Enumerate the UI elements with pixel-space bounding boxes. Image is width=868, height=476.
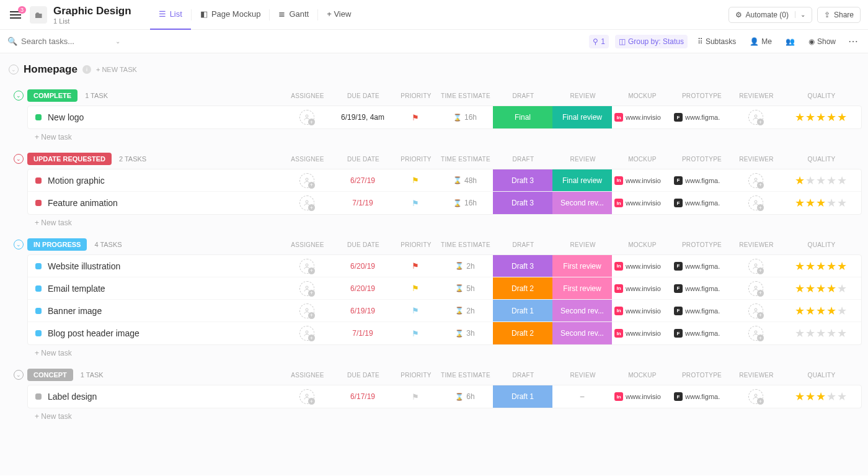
star-icon[interactable]: ★ (795, 282, 805, 295)
task-title[interactable]: Email template (48, 284, 105, 294)
menu-button[interactable]: 3 (7, 9, 24, 21)
star-icon[interactable]: ★ (805, 196, 815, 210)
review-tag[interactable]: Final review (552, 169, 612, 191)
star-icon[interactable]: ★ (795, 259, 805, 273)
task-row[interactable]: Blog post header image7/1/19⚑⌛3hDraft 2S… (28, 322, 861, 344)
assignees-chip[interactable]: 👥 (782, 35, 799, 48)
prototype-link[interactable]: Fwww.figma. (671, 307, 731, 315)
star-icon[interactable]: ★ (826, 282, 836, 295)
due-date[interactable]: 6/19/19 (332, 307, 394, 315)
star-icon[interactable]: ★ (837, 196, 847, 210)
collapse-group-icon[interactable]: ⌄ (14, 370, 24, 380)
due-date[interactable]: 6/19/19, 4am (332, 113, 394, 122)
mockup-link[interactable]: Inwww.invisio (612, 113, 671, 122)
time-estimate[interactable]: ⌛16h (437, 113, 493, 122)
task-row[interactable]: Banner image6/19/19⚑⌛2hDraft 1Second rev… (28, 300, 861, 322)
draft-tag[interactable]: Draft 1 (493, 385, 552, 408)
group-by-chip[interactable]: ◫ Group by: Status (615, 35, 688, 48)
star-icon[interactable]: ★ (795, 326, 805, 340)
task-title[interactable]: Motion graphic (48, 176, 105, 186)
assignee-placeholder[interactable] (299, 259, 314, 274)
due-date[interactable]: 7/1/19 (332, 329, 394, 338)
review-tag[interactable]: Final review (552, 106, 612, 128)
time-estimate[interactable]: ⌛2h (437, 262, 493, 271)
show-chip[interactable]: ◉ Show (805, 35, 839, 48)
assignee-placeholder[interactable] (299, 110, 314, 125)
task-title[interactable]: Label design (48, 392, 97, 402)
reviewer-placeholder[interactable] (748, 389, 763, 404)
status-square[interactable] (35, 263, 42, 269)
filter-count-chip[interactable]: ⚲ 1 (589, 35, 609, 48)
new-task-button[interactable]: + New task (14, 408, 862, 421)
info-icon[interactable]: i (82, 65, 91, 74)
star-icon[interactable]: ★ (805, 259, 815, 273)
search-dropdown[interactable]: ⌄ (115, 38, 120, 45)
star-icon[interactable]: ★ (816, 326, 826, 340)
mockup-link[interactable]: Inwww.invisio (612, 329, 671, 338)
status-square[interactable] (35, 200, 42, 206)
task-row[interactable]: Website illustration6/20/19⚑⌛2hDraft 3Fi… (28, 255, 861, 277)
draft-tag[interactable]: Draft 2 (493, 322, 552, 344)
time-estimate[interactable]: ⌛2h (437, 307, 493, 315)
review-tag[interactable]: First review (552, 255, 612, 277)
star-icon[interactable]: ★ (795, 196, 805, 210)
new-task-button[interactable]: + New task (14, 345, 862, 357)
task-row[interactable]: New logo6/19/19, 4am⚑⌛16hFinalFinal revi… (28, 106, 861, 128)
star-icon[interactable]: ★ (816, 174, 826, 187)
status-pill[interactable]: CONCEPT (27, 369, 73, 381)
review-tag[interactable]: Second rev... (552, 192, 612, 214)
prototype-link[interactable]: Fwww.figma. (671, 329, 731, 338)
mockup-link[interactable]: Inwww.invisio (612, 176, 671, 185)
draft-tag[interactable]: Draft 2 (493, 277, 552, 299)
star-icon[interactable]: ★ (816, 304, 826, 318)
time-estimate[interactable]: ⌛6h (437, 392, 493, 401)
star-icon[interactable]: ★ (837, 174, 847, 187)
priority-flag-icon[interactable]: ⚑ (412, 284, 419, 293)
star-icon[interactable]: ★ (837, 110, 847, 124)
status-square[interactable] (35, 393, 42, 400)
prototype-link[interactable]: Fwww.figma. (671, 284, 731, 293)
star-icon[interactable]: ★ (837, 390, 847, 403)
assignee-placeholder[interactable] (299, 326, 314, 341)
time-estimate[interactable]: ⌛16h (437, 199, 493, 207)
subtasks-chip[interactable]: ⠿ Subtasks (694, 35, 740, 48)
star-icon[interactable]: ★ (816, 390, 826, 403)
time-estimate[interactable]: ⌛5h (437, 284, 493, 293)
assignee-placeholder[interactable] (299, 281, 314, 296)
status-pill[interactable]: UPDATE REQUESTED (27, 153, 112, 165)
reviewer-placeholder[interactable] (748, 110, 763, 125)
star-icon[interactable]: ★ (816, 110, 826, 124)
list-name[interactable]: Homepage (24, 63, 78, 76)
review-tag[interactable]: – (552, 385, 612, 408)
star-icon[interactable]: ★ (805, 304, 815, 318)
star-icon[interactable]: ★ (826, 196, 836, 210)
star-icon[interactable]: ★ (826, 174, 836, 187)
reviewer-placeholder[interactable] (748, 281, 763, 296)
review-tag[interactable]: First review (552, 277, 612, 299)
draft-tag[interactable]: Draft 1 (493, 300, 552, 321)
status-square[interactable] (35, 114, 42, 120)
star-icon[interactable]: ★ (805, 110, 815, 124)
prototype-link[interactable]: Fwww.figma. (671, 113, 731, 122)
star-icon[interactable]: ★ (816, 259, 826, 273)
star-icon[interactable]: ★ (805, 282, 815, 295)
view-tab-list[interactable]: ☰List (150, 0, 191, 30)
time-estimate[interactable]: ⌛3h (437, 329, 493, 338)
reviewer-placeholder[interactable] (748, 326, 763, 341)
add-view-button[interactable]: + View (318, 0, 360, 30)
star-icon[interactable]: ★ (795, 390, 805, 403)
collapse-group-icon[interactable]: ⌄ (14, 240, 24, 249)
status-pill[interactable]: COMPLETE (27, 89, 78, 102)
collapse-group-icon[interactable]: ⌄ (14, 91, 24, 101)
mockup-link[interactable]: Inwww.invisio (612, 262, 671, 271)
task-title[interactable]: Feature animation (48, 198, 118, 208)
reviewer-placeholder[interactable] (748, 173, 763, 188)
view-tab-page-mockup[interactable]: ◧Page Mockup (192, 0, 270, 30)
star-icon[interactable]: ★ (805, 174, 815, 187)
star-icon[interactable]: ★ (837, 304, 847, 318)
star-icon[interactable]: ★ (826, 390, 836, 403)
new-task-button[interactable]: + New task (14, 129, 862, 141)
reviewer-placeholder[interactable] (748, 195, 763, 210)
assignee-placeholder[interactable] (299, 389, 314, 404)
assignee-placeholder[interactable] (299, 303, 314, 318)
